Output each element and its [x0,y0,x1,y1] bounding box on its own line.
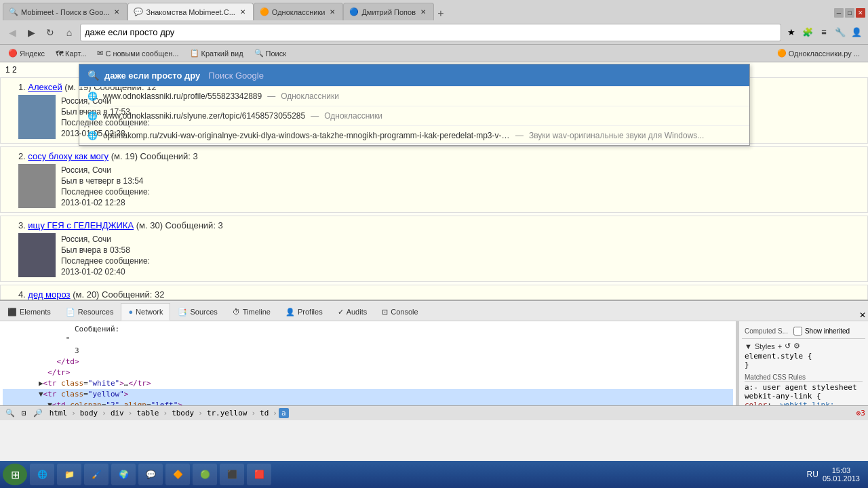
autocomplete-item-2[interactable]: 🌐 www.odnoklassniki.ru/slyune.zer/topic/… [79,106,749,125]
settings-style-icon[interactable]: ⚙ [793,342,800,350]
bookmark-search[interactable]: 🔍 Поиск [252,47,289,59]
start-button[interactable]: ⊞ [3,464,27,485]
address-bar-input[interactable] [85,27,776,37]
taskbar-app-paint[interactable]: 🖌️ [84,464,108,485]
autocomplete-item-search[interactable]: 🔍 даже если просто дру Поиск Google [79,64,749,86]
add-style-icon[interactable]: + [778,342,782,350]
tab-4-close[interactable]: ✕ [418,7,428,17]
tab-4[interactable]: 🔵 Дмитрий Попов ✕ [343,3,434,20]
wrench-icon[interactable]: 🔧 [833,25,848,40]
tab-2-close[interactable]: ✕ [238,7,248,17]
bookmark-yandex[interactable]: 🔴 Яндекс [5,47,47,59]
a-breadcrumb[interactable]: a [279,408,289,418]
devtools-tab-network[interactable]: ● Network [121,303,170,321]
show-inherited-checkbox[interactable] [793,327,802,336]
autocomplete-item-3[interactable]: 🌐 optimakomp.ru/zvuki-wav-originalnye-zv… [79,125,749,145]
tab-1-title: Mobimeet - Поиск в Goo... [21,8,109,16]
search-toolbar-button[interactable]: 🔎 [31,408,45,418]
computed-tab-label[interactable]: Computed S... [745,327,788,335]
devtools-tab-resources[interactable]: 📄 Resources [58,303,121,321]
bookmark-ok[interactable]: 🟠 Одноклассники.ру ... [774,47,863,59]
taskbar-app-6[interactable]: 🟢 [193,464,217,485]
profile-2-details: Россия, Сочи Был в четверг в 13:54 После… [61,164,150,208]
css-rule-1: a:- user agent stylesheet webkit-any-lin… [745,383,863,405]
table-breadcrumb[interactable]: table [134,408,161,418]
tab-1-close[interactable]: ✕ [112,7,121,17]
taskbar-app-5[interactable]: 🔶 [165,464,190,485]
messages-icon: ✉ [97,49,103,58]
div-breadcrumb[interactable]: div [108,408,127,418]
devtools-tab-profiles[interactable]: 👤 Profiles [278,303,330,321]
tab-1[interactable]: 🔍 Mobimeet - Поиск в Goo... ✕ [3,3,127,20]
refresh-style-icon[interactable]: ↺ [785,342,791,350]
close-window-button[interactable]: ✕ [856,8,865,18]
forward-button[interactable]: ▶ [23,24,39,41]
bookmark-shortview[interactable]: 📋 Краткий вид [187,47,246,59]
devtools-tab-audits[interactable]: ✓ Audits [330,303,375,321]
profile-1-name-link[interactable]: Алексей [28,82,62,92]
autocomplete-item-1[interactable]: 🌐 www.odnoklassniki.ru/profile/555823342… [79,86,749,106]
tab-3-close[interactable]: ✕ [328,7,337,17]
profile-entry-3: 3. ищу ГЕЯ с ГЕЛЕНДЖИКА (м. 30) Сообщени… [0,216,868,282]
tab-2[interactable]: 💬 Знакомства Mobimeet.C... ✕ [127,3,253,20]
devtools-tab-console[interactable]: ⊡ Console [374,303,425,321]
bookmark-messages[interactable]: ✉ С новыми сообщен... [94,47,181,59]
tools-icon[interactable]: ≡ [816,25,831,40]
styles-header-label: Styles [755,342,775,350]
reload-button[interactable]: ↻ [42,24,58,41]
language-indicator[interactable]: RU [807,470,818,479]
devtools-tab-sources[interactable]: 📑 Sources [170,303,224,321]
taskbar-app-ie[interactable]: 🌍 [111,464,136,485]
devtools-tab-elements[interactable]: ⬛ Elements [0,303,58,321]
bookmark-ok-label: Одноклассники.ру ... [789,49,860,58]
extensions-icon[interactable]: 🧩 [800,25,815,40]
html-breadcrumb[interactable]: html [47,408,71,418]
profile-2-name-link[interactable]: сосу блоху как могу [28,151,108,161]
minimize-button[interactable]: ─ [834,8,844,18]
devtools-code-panel[interactable]: Сообщений: " 3 </td> </tr> ▶<tr class="w… [0,321,736,405]
maximize-button[interactable]: □ [845,8,854,18]
windows-logo-icon: ⊞ [11,468,20,481]
tr-yellow-breadcrumb[interactable]: tr.yellow [204,408,250,418]
profile-4-name-link[interactable]: дед мороз [28,289,70,300]
tab-3[interactable]: 🟠 Одноклассники ✕ [254,3,344,20]
bookmark-star-icon[interactable]: ★ [784,25,799,40]
taskbar-app-7[interactable]: ⬛ [220,464,244,485]
paint-app-icon: 🖌️ [92,470,102,479]
devtools-close-button[interactable]: ✕ [857,310,868,321]
shortview-icon: 📋 [190,49,199,58]
ie-app-icon: 🌍 [119,470,129,479]
profile-2-avatar [18,164,56,208]
code-line-2: " [3,335,733,346]
taskbar-tray: RU 15:03 05.01.2013 [807,466,865,483]
inspect-toolbar-button[interactable]: 🔍 [3,408,18,418]
bookmark-maps[interactable]: 🗺 Карт... [53,48,89,59]
td-breadcrumb[interactable]: td [257,408,271,418]
taskbar-time: 15:03 [823,466,860,474]
matched-css-rules-section: Matched CSS Rules a:- user agent stylesh… [745,373,863,405]
tab-1-favicon: 🔍 [9,7,18,17]
devtools-styles-panel: Computed S... Show inherited ▼ Styles + … [739,321,868,405]
url-icon-2: 🌐 [87,111,98,121]
body-breadcrumb[interactable]: body [77,408,101,418]
autocomplete-search-suffix: Поиск Google [208,70,264,81]
error-count: ⊗3 [856,409,865,418]
profile-3-name-link[interactable]: ищу ГЕЯ с ГЕЛЕНДЖИКА [28,220,134,230]
devtools-tab-timeline[interactable]: ⏱ Timeline [225,303,278,321]
console-toolbar-button[interactable]: ⊡ [19,408,29,418]
code-line-3: 3 [3,346,733,357]
user-icon[interactable]: 👤 [849,25,864,40]
element-style-block: element.style { } [745,352,863,369]
profile-entry-2: 2. сосу блоху как могу (м. 19) Сообщений… [0,146,868,213]
new-tab-button[interactable]: + [434,7,448,20]
home-button[interactable]: ⌂ [61,24,77,41]
back-button[interactable]: ◀ [4,24,20,41]
taskbar-clock[interactable]: 15:03 05.01.2013 [823,466,860,483]
tbody-breadcrumb[interactable]: tbody [169,408,197,418]
taskbar-app-folder[interactable]: 📁 [57,464,81,485]
profile-3-num: 3. ищу ГЕЯ с ГЕЛЕНДЖИКА (м. 30) Сообщени… [18,220,862,230]
autocomplete-search-text: даже если просто дру [104,70,200,81]
taskbar-app-skype[interactable]: 💬 [138,464,163,485]
taskbar-app-browser[interactable]: 🌐 [30,464,54,485]
taskbar-app-8[interactable]: 🟥 [247,464,271,485]
